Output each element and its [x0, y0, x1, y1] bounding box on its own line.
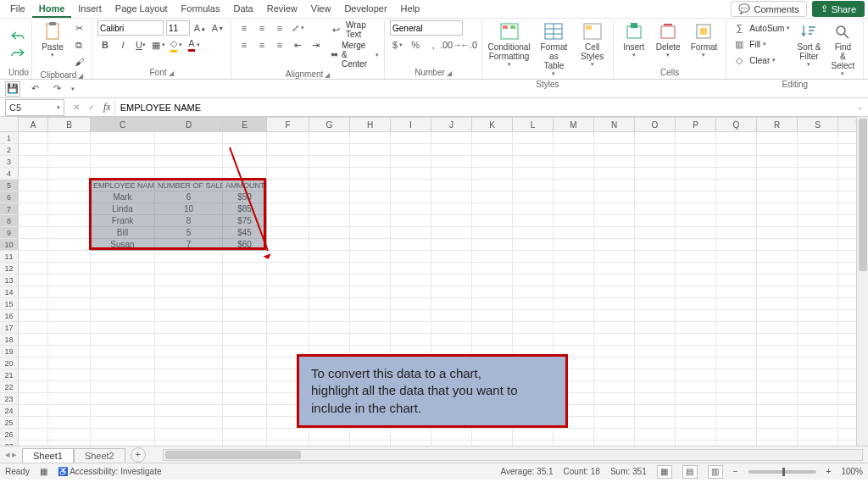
cell-C10[interactable]: Susan — [91, 239, 155, 251]
cell-O6[interactable] — [635, 191, 676, 203]
menu-insert[interactable]: Insert — [71, 1, 108, 18]
cell-O18[interactable] — [635, 334, 676, 346]
cell-O16[interactable] — [635, 310, 676, 322]
row-header-7[interactable]: 7 — [0, 203, 19, 215]
cell-B1[interactable] — [48, 132, 91, 144]
cell-O17[interactable] — [635, 322, 676, 334]
cell-Q9[interactable] — [716, 227, 757, 239]
cell-I13[interactable] — [391, 274, 431, 286]
cell-C27[interactable] — [91, 441, 155, 446]
cell-C21[interactable] — [91, 369, 155, 381]
cell-P15[interactable] — [676, 298, 716, 310]
cell-S4[interactable] — [798, 168, 838, 180]
cell-G18[interactable] — [309, 334, 350, 346]
cell-Q3[interactable] — [716, 156, 757, 168]
cell-N10[interactable] — [594, 239, 635, 251]
cell-A9[interactable] — [19, 227, 48, 239]
cell-R19[interactable] — [757, 346, 798, 358]
cell-O8[interactable] — [635, 215, 676, 227]
cell-D8[interactable]: 8 — [155, 215, 223, 227]
cell-B6[interactable] — [48, 191, 91, 203]
cell-E21[interactable] — [223, 369, 267, 381]
cell-P26[interactable] — [676, 429, 716, 441]
cell-S11[interactable] — [798, 251, 838, 263]
cell-L2[interactable] — [513, 144, 554, 156]
cell-C13[interactable] — [91, 274, 155, 286]
menu-help[interactable]: Help — [394, 1, 427, 18]
cell-L15[interactable] — [513, 298, 554, 310]
cell-E27[interactable] — [223, 441, 267, 446]
cell-E23[interactable] — [223, 393, 267, 405]
menu-review[interactable]: Review — [260, 1, 304, 18]
cell-P17[interactable] — [676, 322, 716, 334]
cell-S6[interactable] — [798, 191, 838, 203]
col-header-I[interactable]: I — [391, 118, 431, 132]
cell-Q16[interactable] — [716, 310, 757, 322]
spreadsheet-grid[interactable]: ABCDEFGHIJKLMNOPQRSTU 123456789101112131… — [0, 117, 868, 446]
cell-C3[interactable] — [91, 156, 155, 168]
cell-G27[interactable] — [309, 441, 350, 446]
cell-L4[interactable] — [513, 168, 554, 180]
cell-E10[interactable]: $60 — [223, 239, 267, 251]
increase-decimal-button[interactable]: .00→ — [443, 37, 459, 53]
cell-P5[interactable] — [676, 180, 716, 191]
menu-page-layout[interactable]: Page Layout — [108, 1, 175, 18]
vscroll-thumb[interactable] — [859, 119, 867, 271]
cell-J11[interactable] — [431, 251, 472, 263]
format-as-table-button[interactable]: Format as Table▾ — [534, 20, 574, 79]
cell-B10[interactable] — [48, 239, 91, 251]
cell-P27[interactable] — [676, 441, 716, 446]
cell-C9[interactable]: Bill — [91, 227, 155, 239]
zoom-in-button[interactable]: + — [826, 467, 832, 476]
cell-M16[interactable] — [554, 310, 594, 322]
cell-K18[interactable] — [472, 334, 513, 346]
cell-J2[interactable] — [431, 144, 472, 156]
cell-G5[interactable] — [309, 180, 350, 191]
cell-O25[interactable] — [635, 417, 676, 429]
cell-O11[interactable] — [635, 251, 676, 263]
cell-A23[interactable] — [19, 393, 48, 405]
cell-O15[interactable] — [635, 298, 676, 310]
cell-S24[interactable] — [798, 405, 838, 417]
cell-Q18[interactable] — [716, 334, 757, 346]
add-sheet-button[interactable]: + — [131, 447, 146, 463]
cell-H15[interactable] — [350, 298, 391, 310]
cell-C24[interactable] — [91, 405, 155, 417]
fill-color-button[interactable]: ◇ — [169, 37, 184, 53]
cell-I9[interactable] — [391, 227, 431, 239]
cell-N1[interactable] — [594, 132, 635, 144]
normal-view-button[interactable]: ▦ — [657, 465, 672, 479]
cell-H26[interactable] — [350, 429, 391, 441]
cell-E1[interactable] — [223, 132, 267, 144]
cell-M5[interactable] — [554, 180, 594, 191]
row-header-18[interactable]: 18 — [0, 334, 19, 346]
col-header-H[interactable]: H — [350, 118, 391, 132]
cell-B22[interactable] — [48, 381, 91, 393]
cell-N12[interactable] — [594, 263, 635, 274]
cell-M1[interactable] — [554, 132, 594, 144]
cell-S5[interactable] — [798, 180, 838, 191]
cell-E17[interactable] — [223, 322, 267, 334]
cell-O7[interactable] — [635, 203, 676, 215]
cell-F14[interactable] — [267, 286, 309, 298]
tab-prev-button[interactable]: ◂ — [5, 449, 10, 460]
cell-L27[interactable] — [513, 441, 554, 446]
save-button[interactable]: 💾 — [5, 81, 20, 97]
cell-Q6[interactable] — [716, 191, 757, 203]
cell-G14[interactable] — [309, 286, 350, 298]
cell-L1[interactable] — [513, 132, 554, 144]
cell-P9[interactable] — [676, 227, 716, 239]
cell-M27[interactable] — [554, 441, 594, 446]
cell-M2[interactable] — [554, 144, 594, 156]
row-header-11[interactable]: 11 — [0, 251, 19, 263]
cell-P14[interactable] — [676, 286, 716, 298]
cell-C5[interactable]: EMPLOYEE NAME — [91, 180, 155, 191]
cell-S22[interactable] — [798, 381, 838, 393]
cell-C4[interactable] — [91, 168, 155, 180]
cell-E24[interactable] — [223, 405, 267, 417]
enter-fx-button[interactable]: ✓ — [85, 103, 98, 112]
cell-O10[interactable] — [635, 239, 676, 251]
autosum-button[interactable]: ∑AutoSum▾ — [732, 20, 790, 36]
cell-Q4[interactable] — [716, 168, 757, 180]
cell-L18[interactable] — [513, 334, 554, 346]
